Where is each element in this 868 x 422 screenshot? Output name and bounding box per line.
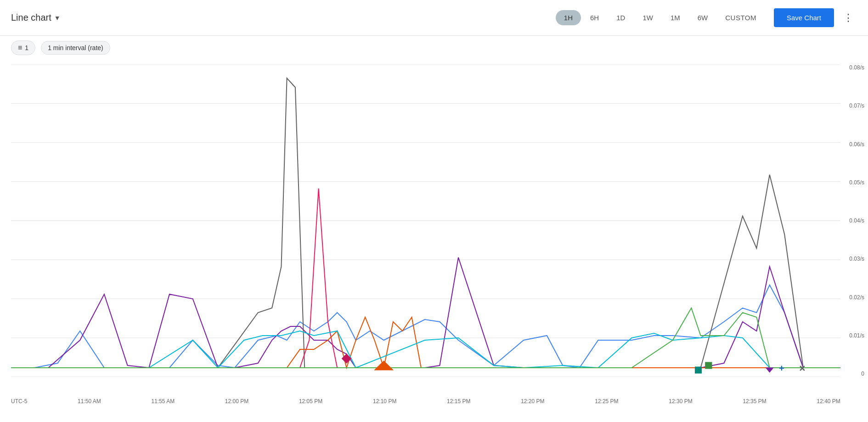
more-icon: ⋮ xyxy=(843,12,853,23)
chart-svg: + ✕ xyxy=(11,64,840,377)
time-btn-1d[interactable]: 1D xyxy=(608,10,633,25)
y-label-005: 0.05/s xyxy=(849,179,864,186)
x-label-1235: 12:35 PM xyxy=(743,398,766,405)
filter-icon: ≡ xyxy=(18,44,22,52)
filter-button[interactable]: ≡ 1 xyxy=(11,40,35,55)
x-label-1200: 12:00 PM xyxy=(225,398,248,405)
chart-area: 0.08/s 0.07/s 0.06/s 0.05/s 0.04/s 0.03/… xyxy=(0,60,868,414)
x-label-1155: 11:55 AM xyxy=(151,398,175,405)
time-btn-custom[interactable]: CUSTOM xyxy=(717,10,765,25)
x-label-1210: 12:10 PM xyxy=(373,398,396,405)
lightblue-line xyxy=(11,331,840,368)
time-range-group: 1H 6H 1D 1W 1M 6W CUSTOM xyxy=(556,10,765,25)
y-label-002: 0.02/s xyxy=(849,294,864,301)
y-label-003: 0.03/s xyxy=(849,256,864,262)
y-axis-labels: 0.08/s 0.07/s 0.06/s 0.05/s 0.04/s 0.03/… xyxy=(849,64,864,377)
x-label-1215: 12:15 PM xyxy=(447,398,470,405)
y-label-006: 0.06/s xyxy=(849,141,864,148)
time-btn-1w[interactable]: 1W xyxy=(634,10,661,25)
y-label-007: 0.07/s xyxy=(849,103,864,109)
triangle-up-marker xyxy=(766,368,773,372)
time-btn-6w[interactable]: 6W xyxy=(689,10,716,25)
time-btn-1h[interactable]: 1H xyxy=(556,10,581,25)
x-label-1240: 12:40 PM xyxy=(817,398,840,405)
x-label-1230: 12:30 PM xyxy=(669,398,692,405)
toolbar: ≡ 1 1 min interval (rate) xyxy=(0,36,868,60)
x-label-1205: 12:05 PM xyxy=(299,398,322,405)
chart-type-label: Line chart xyxy=(11,12,51,23)
x-label-1225: 12:25 PM xyxy=(595,398,618,405)
x-label-1150: 11:50 AM xyxy=(78,398,101,405)
square-marker-teal xyxy=(695,367,701,373)
dropdown-arrow-icon: ▼ xyxy=(54,14,61,22)
x-label-utc: UTC-5 xyxy=(11,398,27,405)
plus-marker: + xyxy=(779,363,784,373)
x-label-1220: 12:20 PM xyxy=(521,398,544,405)
y-label-001: 0.01/s xyxy=(849,332,864,339)
y-label-008: 0.08/s xyxy=(849,64,864,71)
y-label-004: 0.04/s xyxy=(849,217,864,224)
blue-line xyxy=(11,285,840,368)
time-btn-1m[interactable]: 1M xyxy=(662,10,688,25)
gray-line xyxy=(11,78,840,368)
filter-count: 1 xyxy=(25,44,28,51)
x-axis-labels: UTC-5 11:50 AM 11:55 AM 12:00 PM 12:05 P… xyxy=(11,398,840,405)
y-label-0: 0 xyxy=(849,371,864,377)
header: Line chart ▼ 1H 6H 1D 1W 1M 6W CUSTOM Sa… xyxy=(0,0,868,36)
chart-type-button[interactable]: Line chart ▼ xyxy=(11,12,61,23)
orange-line xyxy=(11,317,840,368)
pink-line xyxy=(11,188,840,368)
more-options-button[interactable]: ⋮ xyxy=(840,10,857,26)
square-marker-green xyxy=(705,362,712,369)
x-marker: ✕ xyxy=(799,364,806,373)
interval-button[interactable]: 1 min interval (rate) xyxy=(41,41,110,55)
triangle-marker xyxy=(374,361,393,370)
time-btn-6h[interactable]: 6H xyxy=(582,10,607,25)
save-chart-button[interactable]: Save Chart xyxy=(774,8,834,27)
